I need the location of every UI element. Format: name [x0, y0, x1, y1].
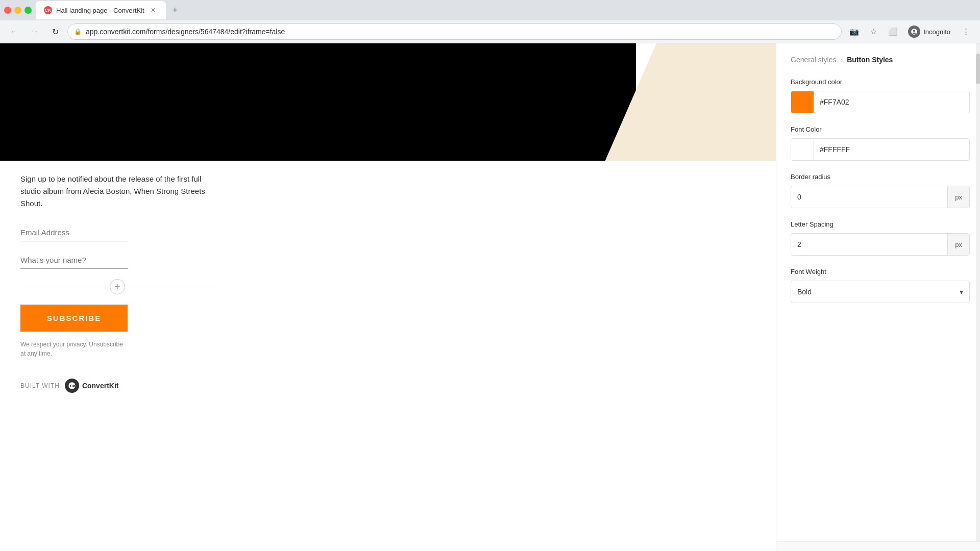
breadcrumb-current: Button Styles	[847, 56, 893, 64]
star-button[interactable]: ☆	[865, 23, 881, 40]
background-color-section: Background color	[791, 78, 970, 113]
more-icon: ⋮	[962, 27, 970, 36]
subscribe-button[interactable]: SUBSCRIBE	[20, 305, 128, 332]
border-radius-label: Border radius	[791, 173, 970, 181]
name-field-container	[20, 252, 214, 269]
browser-toolbar: ← → ↻ 🔒 app.convertkit.com/forms/designe…	[0, 20, 980, 43]
star-icon: ☆	[870, 27, 877, 36]
chevron-down-icon: ▾	[960, 288, 963, 296]
font-color-swatch[interactable]	[791, 139, 814, 160]
screenshot-button[interactable]: 📷	[846, 23, 862, 40]
back-button[interactable]: ←	[6, 23, 22, 40]
tab-close-button[interactable]: ✕	[149, 6, 158, 15]
privacy-text: We respect your privacy. Unsubscribe at …	[20, 340, 128, 358]
new-tab-button[interactable]: +	[168, 3, 182, 17]
lock-icon: 🔒	[74, 28, 82, 35]
panel-scrollbar-thumb[interactable]	[976, 54, 980, 84]
refresh-icon: ↻	[52, 27, 59, 37]
font-color-section: Font Color	[791, 126, 970, 161]
background-color-input[interactable]	[814, 98, 969, 106]
maximize-button[interactable]	[24, 7, 32, 14]
ck-logo-icon: CK	[65, 379, 79, 393]
svg-text:CK: CK	[70, 384, 76, 388]
convertkit-logo: CK ConvertKit	[65, 379, 119, 393]
forward-button[interactable]: →	[27, 23, 43, 40]
font-color-label: Font Color	[791, 126, 970, 133]
preview-description: Sign up to be notified about the release…	[20, 173, 214, 210]
incognito-icon	[908, 26, 920, 38]
email-field-container	[20, 224, 214, 241]
preview-area: Sign up to be notified about the release…	[0, 43, 776, 551]
browser-titlebar: CK Hall landing page - ConvertKit ✕ +	[0, 0, 980, 20]
border-radius-input[interactable]	[791, 193, 947, 201]
add-field-line-right	[129, 287, 214, 287]
breadcrumb: General styles › Button Styles	[791, 56, 970, 64]
panel-scrollbar[interactable]	[976, 43, 980, 551]
right-panel: General styles › Button Styles Backgroun…	[776, 43, 980, 551]
add-field-line-left	[20, 287, 106, 287]
letter-spacing-label: Letter Spacing	[791, 220, 970, 228]
letter-spacing-unit: px	[947, 234, 969, 255]
panel-content: General styles › Button Styles Backgroun…	[776, 43, 980, 551]
url-text: app.convertkit.com/forms/designers/56474…	[86, 28, 285, 36]
sidebar-toggle-button[interactable]: ⬜	[885, 23, 901, 40]
browser-chrome: CK Hall landing page - ConvertKit ✕ + ← …	[0, 0, 980, 43]
background-color-label: Background color	[791, 78, 970, 86]
border-radius-unit: px	[947, 186, 969, 208]
active-tab[interactable]: CK Hall landing page - ConvertKit ✕	[36, 1, 166, 19]
close-button[interactable]	[4, 7, 11, 14]
add-field-row: +	[20, 279, 214, 294]
letter-spacing-field: px	[791, 233, 970, 256]
built-with-section: BUILT WITH CK ConvertKit	[20, 379, 214, 393]
name-input[interactable]	[20, 252, 128, 269]
font-color-field[interactable]	[791, 138, 970, 161]
tab-bar: CK Hall landing page - ConvertKit ✕ +	[36, 1, 182, 19]
preview-content: Sign up to be notified about the release…	[20, 173, 214, 393]
letter-spacing-section: Letter Spacing px	[791, 220, 970, 256]
back-icon: ←	[10, 27, 18, 36]
font-weight-value: Bold	[797, 288, 960, 296]
window-controls	[4, 7, 32, 14]
tab-favicon: CK	[44, 6, 52, 14]
incognito-button[interactable]: Incognito	[904, 23, 954, 40]
panel-bottom-bar	[776, 541, 980, 551]
breadcrumb-separator: ›	[840, 56, 843, 64]
forward-icon: →	[31, 27, 39, 36]
background-color-field[interactable]	[791, 91, 970, 113]
email-input[interactable]	[20, 224, 128, 241]
border-radius-field: px	[791, 186, 970, 208]
font-weight-section: Font Weight Bold ▾	[791, 268, 970, 303]
border-radius-section: Border radius px	[791, 173, 970, 208]
breadcrumb-parent[interactable]: General styles	[791, 56, 836, 64]
hero-section	[0, 43, 776, 161]
toolbar-actions: 📷 ☆ ⬜ Incognito ⋮	[846, 23, 974, 40]
main-area: Sign up to be notified about the release…	[0, 43, 980, 551]
add-field-button[interactable]: +	[110, 279, 125, 294]
built-with-label: BUILT WITH	[20, 382, 60, 389]
address-bar[interactable]: 🔒 app.convertkit.com/forms/designers/564…	[67, 23, 842, 40]
more-button[interactable]: ⋮	[958, 23, 974, 40]
minimize-button[interactable]	[14, 7, 21, 14]
background-color-swatch[interactable]	[791, 91, 814, 113]
hero-image	[0, 43, 636, 161]
incognito-label: Incognito	[923, 28, 950, 36]
font-color-input[interactable]	[814, 145, 969, 154]
refresh-button[interactable]: ↻	[47, 23, 63, 40]
font-weight-label: Font Weight	[791, 268, 970, 276]
brand-name: ConvertKit	[82, 382, 119, 390]
letter-spacing-input[interactable]	[791, 240, 947, 248]
tab-title: Hall landing page - ConvertKit	[56, 7, 144, 14]
font-weight-select[interactable]: Bold ▾	[791, 281, 970, 303]
